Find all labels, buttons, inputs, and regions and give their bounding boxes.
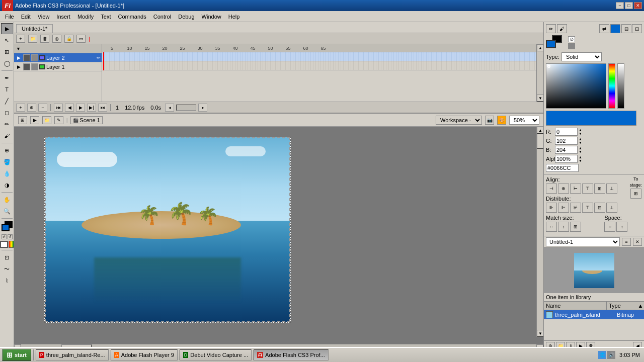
b-input[interactable] xyxy=(555,146,578,154)
stage-scroll-down[interactable]: ▼ xyxy=(537,330,543,337)
dist-top-btn[interactable]: ⊤ xyxy=(582,203,593,213)
lock-unlock-btn[interactable]: 🔒 xyxy=(64,35,73,43)
alpha-input[interactable] xyxy=(555,155,578,163)
align-bottom-btn[interactable]: ⊥ xyxy=(606,184,617,194)
stage-folder-btn[interactable]: 📁 xyxy=(42,116,51,124)
layer2-frames[interactable] xyxy=(102,52,536,61)
space-h-btn[interactable]: ↔ xyxy=(604,222,615,232)
timeline-play-btn[interactable]: ▶ xyxy=(76,104,85,112)
no-fill-btn[interactable] xyxy=(568,43,575,49)
b-down[interactable]: ▼ xyxy=(579,150,584,153)
tool-pencil[interactable]: ✏ xyxy=(1,119,13,130)
show-outline-btn[interactable]: ▭ xyxy=(76,35,86,43)
g-input[interactable] xyxy=(555,137,578,145)
workspace-dropdown[interactable]: Workspace - xyxy=(436,116,482,125)
menu-modify[interactable]: Modify xyxy=(74,13,97,21)
tool-zoom[interactable]: 🔍 xyxy=(1,206,13,217)
lib-col-type[interactable]: Type xyxy=(607,302,637,310)
menu-insert[interactable]: Insert xyxy=(53,13,73,21)
hex-input[interactable] xyxy=(546,164,579,172)
stage-scroll-up[interactable]: ▲ xyxy=(537,127,543,134)
lib-close-btn[interactable]: ✕ xyxy=(633,238,642,246)
r-up[interactable]: ▲ xyxy=(579,128,584,132)
tool-subselect[interactable]: ↖ xyxy=(1,35,13,46)
r-input[interactable] xyxy=(555,128,578,136)
lib-options-btn[interactable]: ≡ xyxy=(622,238,631,246)
scene-button[interactable]: 🎬 Scene 1 xyxy=(70,116,102,124)
dist-center-h-btn[interactable]: ⊫ xyxy=(558,203,569,213)
taskbar-item-player[interactable]: A Adobe Flash Player 9 xyxy=(111,349,178,360)
timeline-scroll-up[interactable]: ▲ xyxy=(537,44,543,51)
dist-center-v-btn[interactable]: ⊟ xyxy=(594,203,605,213)
tool-eraser[interactable]: ◑ xyxy=(1,179,13,191)
color-swatch-small[interactable] xyxy=(610,24,620,33)
align-center-h-btn[interactable]: ⊕ xyxy=(558,184,569,194)
b-up[interactable]: ▲ xyxy=(579,146,584,150)
close-button[interactable]: ✕ xyxy=(634,2,642,9)
taskbar-item-palm[interactable]: P three_palm_island-Re... xyxy=(36,349,109,360)
color-alpha-bar[interactable] xyxy=(617,63,624,109)
type-dropdown[interactable]: Solid Linear Radial xyxy=(561,52,602,61)
doc-tab-untitled1[interactable]: Untitled-1* xyxy=(16,24,53,33)
fill-color-swatch[interactable] xyxy=(546,40,556,48)
alpha-down[interactable]: ▼ xyxy=(579,159,584,162)
r-down[interactable]: ▼ xyxy=(579,132,584,135)
space-v-btn[interactable]: ↕ xyxy=(616,222,627,232)
match-both-btn[interactable]: ⊞ xyxy=(570,222,581,232)
g-down[interactable]: ▼ xyxy=(579,141,584,144)
color-hue-bar[interactable] xyxy=(608,63,615,109)
tool-line[interactable]: ╱ xyxy=(1,96,13,107)
layer1-frames[interactable] xyxy=(102,61,536,70)
new-folder-btn[interactable]: 📁 xyxy=(28,35,37,43)
start-button[interactable]: ⊞ start xyxy=(2,349,31,361)
color-pencil-tool[interactable]: ✏ xyxy=(546,24,556,33)
color-fill-tool[interactable]: 🖌 xyxy=(557,24,567,33)
tool-hand[interactable]: ✋ xyxy=(1,194,13,205)
timeline-scrollbar-thumb[interactable] xyxy=(176,105,196,111)
stage-arrow-btn[interactable]: ▶ xyxy=(30,116,39,124)
color-gradient-picker[interactable] xyxy=(546,63,606,109)
stage-area[interactable]: 🌴 🌴 🌴 xyxy=(14,127,543,344)
new-layer-btn[interactable]: + xyxy=(16,35,25,43)
dist-bottom-btn[interactable]: ⊥ xyxy=(606,203,617,213)
tool-lasso[interactable]: ◯ xyxy=(1,58,13,69)
tool-free-transform[interactable]: ⊞ xyxy=(1,46,13,57)
tool-snap-to-objects[interactable]: ⊡ xyxy=(1,252,13,263)
taskbar-item-capture[interactable]: D Debut Video Capture ... xyxy=(180,349,252,360)
tool-select[interactable]: ▶ xyxy=(1,23,13,34)
menu-debug[interactable]: Debug xyxy=(175,13,197,21)
tool-ink-bottle[interactable]: ⊕ xyxy=(1,145,13,156)
alpha-spinner[interactable]: ▲ ▼ xyxy=(579,155,584,162)
maximize-button[interactable]: □ xyxy=(625,2,633,9)
tool-smooth[interactable]: 〜 xyxy=(1,263,13,275)
menu-control[interactable]: Control xyxy=(150,13,174,21)
tool-straighten[interactable]: ⌇ xyxy=(1,275,13,286)
dist-right-btn[interactable]: ⊬ xyxy=(570,203,581,213)
delete-layer-btn[interactable]: 🗑 xyxy=(40,35,49,43)
color-swap-btn[interactable]: ⇄ xyxy=(599,24,609,33)
align-top-btn[interactable]: ⊤ xyxy=(582,184,593,194)
timeline-add-motion-btn[interactable]: ⊕ xyxy=(27,104,36,112)
stroke-color-box[interactable] xyxy=(2,221,13,232)
no-stroke-btn[interactable]: ∅ xyxy=(568,36,575,42)
lib-sort-btn[interactable]: ▲ xyxy=(637,302,644,310)
stage-new-btn[interactable]: ✎ xyxy=(54,116,63,124)
color-swatch-btn[interactable]: 🎨 xyxy=(497,116,506,125)
library-dropdown[interactable]: Untitled-1 xyxy=(546,237,620,246)
menu-help[interactable]: Help xyxy=(225,13,243,21)
match-height-btn[interactable]: ↕ xyxy=(558,222,569,232)
timeline-add-layer-btn[interactable]: + xyxy=(16,104,25,112)
tool-eyedropper[interactable]: 💧 xyxy=(1,168,13,179)
timeline-next-frame-btn[interactable]: ▶| xyxy=(87,104,96,112)
layer-row-layer2[interactable]: ▶ Layer 2 ✏ xyxy=(14,53,102,62)
timeline-scroll-down[interactable]: ▼ xyxy=(537,95,543,102)
menu-view[interactable]: View xyxy=(35,13,53,21)
align-right-btn[interactable]: ⊢ xyxy=(570,184,581,194)
lib-col-name[interactable]: Name xyxy=(544,302,607,310)
swap-colors-btn[interactable]: ⇄ xyxy=(2,234,7,239)
timeline-last-frame-btn[interactable]: ⏭ xyxy=(98,104,107,112)
timeline-prev-frame-btn[interactable]: ◀ xyxy=(65,104,74,112)
tool-pen[interactable]: ✒ xyxy=(1,72,13,83)
alpha-up[interactable]: ▲ xyxy=(579,155,584,159)
to-stage-btn[interactable]: ⊞ xyxy=(630,189,641,199)
